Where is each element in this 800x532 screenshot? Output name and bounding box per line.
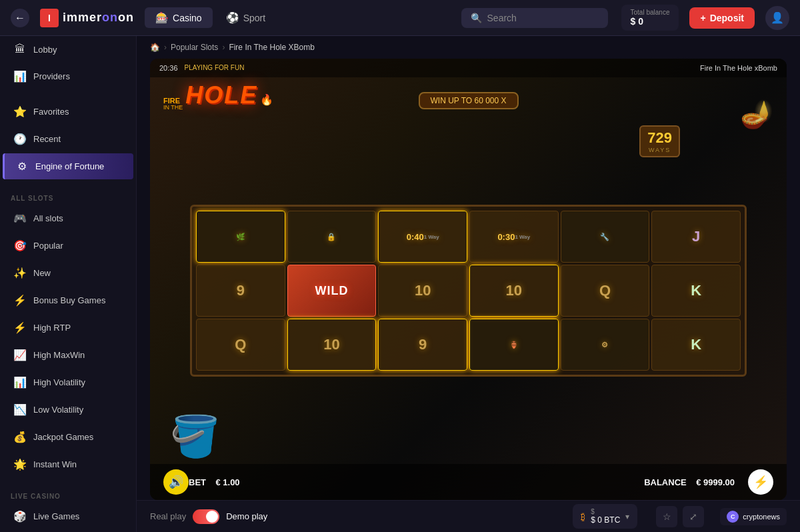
sidebar-item-low-volatility[interactable]: 📉 Low Volatility xyxy=(3,397,133,423)
game-container: 20:36 PLAYING FOR FUN Fire In The Hole x… xyxy=(137,59,800,500)
reel-cell: 10 xyxy=(287,319,377,371)
all-slots-label: ALL SLOTS xyxy=(0,188,136,205)
back-icon: ← xyxy=(15,12,25,24)
balance-area: Total balance $ 0 xyxy=(621,5,679,31)
tab-casino[interactable]: 🎰 Casino xyxy=(145,7,213,28)
game-frame: 20:36 PLAYING FOR FUN Fire In The Hole x… xyxy=(150,59,787,500)
deposit-button[interactable]: + Deposit xyxy=(689,7,755,29)
high-rtp-icon: ⚡ xyxy=(13,321,27,334)
game-top-bar: 20:36 PLAYING FOR FUN Fire In The Hole x… xyxy=(150,59,787,77)
sidebar-item-live-games[interactable]: 🎲 Live Games xyxy=(3,503,133,529)
sidebar: 🏛 Lobby 📊 Providers ⭐ Favorites 🕐 Recent… xyxy=(0,36,137,532)
sidebar-item-engine-of-fortune[interactable]: ⚙ Engine of Fortune xyxy=(3,153,133,179)
user-avatar[interactable]: 👤 xyxy=(765,6,789,30)
reel-cell: 🔧 xyxy=(561,211,650,263)
reel-cell: 0:401 Way xyxy=(378,211,467,263)
logo[interactable]: I immeronon xyxy=(40,9,134,27)
sidebar-item-lobby-label: Lobby xyxy=(33,45,57,55)
sidebar-item-high-volatility[interactable]: 📊 High Volatility xyxy=(3,369,133,395)
tab-sport[interactable]: ⚽ Sport xyxy=(215,7,276,28)
barrel-decoration: 🪣 xyxy=(170,413,220,460)
reel-cell: J xyxy=(651,211,741,263)
bonus-buy-icon: ⚡ xyxy=(13,294,27,307)
fire-title-in-the: IN THE xyxy=(163,105,183,111)
currency-selector[interactable]: ₿ $ $ 0 BTC ▾ xyxy=(573,504,637,529)
reel-cell: 10 xyxy=(378,265,467,317)
sidebar-item-live-games-label: Live Games xyxy=(33,511,79,521)
main-area: 🏛 Lobby 📊 Providers ⭐ Favorites 🕐 Recent… xyxy=(0,36,800,532)
balance-label-game: BALANCE xyxy=(644,477,687,487)
reel-cell: K xyxy=(651,319,741,371)
sidebar-item-all-slots[interactable]: 🎮 All slots xyxy=(3,205,133,231)
ways-label: WAYS xyxy=(647,147,672,153)
sidebar-item-low-volatility-label: Low Volatility xyxy=(33,405,83,415)
back-button[interactable]: ← xyxy=(11,9,29,27)
sidebar-item-lobby[interactable]: 🏛 Lobby xyxy=(3,37,133,62)
sidebar-item-recent[interactable]: 🕐 Recent xyxy=(3,126,133,152)
breadcrumb: 🏠 › Popular Slots › Fire In The Hole XBo… xyxy=(137,36,800,59)
game-time: 20:36 xyxy=(159,64,178,72)
breadcrumb-sep-1: › xyxy=(164,43,167,52)
btc-chevron-icon: ▾ xyxy=(625,512,629,521)
deposit-icon: + xyxy=(700,13,705,23)
toggle-knob xyxy=(206,511,218,523)
sidebar-item-providers[interactable]: 📊 Providers xyxy=(3,63,133,89)
reel-cell-wild: WILD xyxy=(287,265,377,317)
user-icon: 👤 xyxy=(771,11,784,24)
bottom-actions: ☆ ⤢ xyxy=(656,506,704,527)
logo-icon: I xyxy=(40,9,59,27)
logo-text: immeronon xyxy=(63,11,134,25)
expand-icon: ⤢ xyxy=(689,511,697,522)
reel-cell: 9 xyxy=(196,265,285,317)
tab-casino-label: Casino xyxy=(173,13,202,23)
reel-cell: 0:301 Way xyxy=(469,211,559,263)
sidebar-item-engine-label: Engine of Fortune xyxy=(35,161,104,171)
sidebar-item-bonus-buy[interactable]: ⚡ Bonus Buy Games xyxy=(3,287,133,313)
game-background: 20:36 PLAYING FOR FUN Fire In The Hole x… xyxy=(150,59,787,500)
new-icon: ✨ xyxy=(13,267,27,279)
play-mode-toggle: Real play Demo play xyxy=(150,509,267,524)
expand-button[interactable]: ⤢ xyxy=(683,506,704,527)
balance-label: Total balance xyxy=(631,9,670,16)
sidebar-item-instant-win[interactable]: 🌟 Instant Win xyxy=(3,451,133,477)
reel-cell: 🏺 xyxy=(469,319,559,371)
sidebar-item-high-rtp[interactable]: ⚡ High RTP xyxy=(3,315,133,341)
btc-usd-label: $ xyxy=(591,508,620,515)
favorite-button[interactable]: ☆ xyxy=(656,506,677,527)
sport-icon: ⚽ xyxy=(226,11,239,24)
sound-button[interactable]: 🔊 xyxy=(163,469,189,495)
recent-icon: 🕐 xyxy=(13,133,27,145)
cryptonews-badge: C cryptonews xyxy=(720,508,787,525)
toggle-switch[interactable] xyxy=(193,509,219,524)
sidebar-item-all-slots-label: All slots xyxy=(33,213,63,223)
sidebar-item-high-maxwin[interactable]: 📈 High MaxWin xyxy=(3,342,133,368)
reel-cell: K xyxy=(651,265,741,317)
playing-for-label: PLAYING FOR FUN xyxy=(185,64,245,72)
sidebar-item-jackpot-label: Jackpot Games xyxy=(33,432,93,442)
home-icon[interactable]: 🏠 xyxy=(150,43,160,52)
lobby-icon: 🏛 xyxy=(13,43,27,55)
sidebar-item-new[interactable]: ✨ New xyxy=(3,260,133,286)
deposit-label: Deposit xyxy=(710,13,744,23)
fire-title-hole: HOLE xyxy=(185,81,257,109)
high-volatility-icon: 📊 xyxy=(13,376,27,389)
sidebar-item-popular[interactable]: 🎯 Popular xyxy=(3,233,133,259)
sidebar-item-jackpot[interactable]: 💰 Jackpot Games xyxy=(3,424,133,450)
lightning-button[interactable]: ⚡ xyxy=(748,469,773,495)
sidebar-item-favorites[interactable]: ⭐ Favorites xyxy=(3,99,133,125)
game-balance-display: BALANCE € 9999.00 xyxy=(644,477,735,487)
balance-amount-game: € 9999.00 xyxy=(696,477,735,487)
breadcrumb-popular-slots[interactable]: Popular Slots xyxy=(171,43,218,52)
game-bottom-controls: 🔊 BET € 1.00 BALANCE € 9999.00 xyxy=(150,464,787,500)
game-title-top: Fire In The Hole xBomb xyxy=(700,64,777,72)
sidebar-item-favorites-label: Favorites xyxy=(33,107,69,117)
game-time-area: 20:36 PLAYING FOR FUN xyxy=(159,64,244,72)
search-bar[interactable]: 🔍 Search xyxy=(461,8,608,28)
reel-cell: 9 xyxy=(378,319,467,371)
nav-tabs: 🎰 Casino ⚽ Sport xyxy=(145,7,276,28)
bottom-bar: Real play Demo play ₿ $ $ 0 BTC ▾ ☆ xyxy=(137,500,800,532)
providers-icon: 📊 xyxy=(13,70,27,83)
live-games-icon: 🎲 xyxy=(13,510,27,523)
popular-icon: 🎯 xyxy=(13,239,27,252)
demo-play-label: Demo play xyxy=(226,511,267,521)
